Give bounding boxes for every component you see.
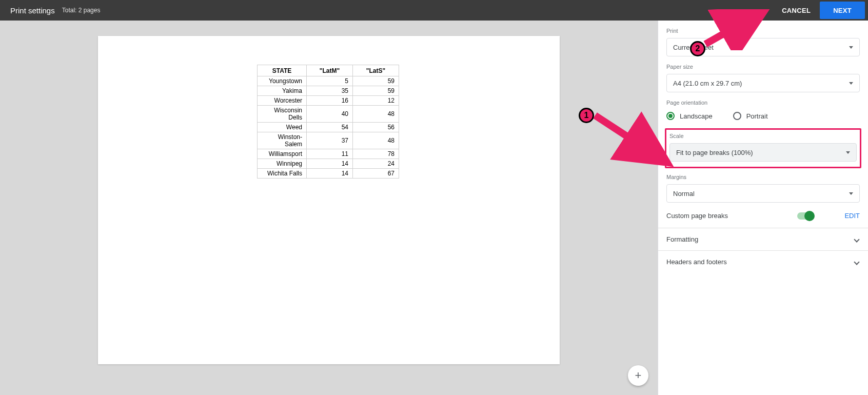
table-cell: 59 bbox=[353, 86, 399, 96]
table-cell: Winston-Salem bbox=[258, 132, 307, 149]
orientation-section: Page orientation Landscape Portrait bbox=[658, 92, 868, 120]
formatting-label: Formatting bbox=[666, 235, 698, 243]
table-cell: 48 bbox=[353, 106, 399, 123]
table-row: Wisconsin Dells4048 bbox=[258, 106, 399, 123]
scale-dropdown[interactable]: Fit to page breaks (100%) bbox=[669, 143, 857, 162]
table-row: Williamsport1178 bbox=[258, 149, 399, 159]
table-cell: 78 bbox=[353, 149, 399, 159]
preview-area: STATE "LatM" "LatS" Youngstown559Yakima3… bbox=[0, 21, 658, 395]
print-label: Print bbox=[666, 28, 860, 34]
table-cell: Youngstown bbox=[258, 76, 307, 86]
table-cell: 40 bbox=[307, 106, 353, 123]
margins-label: Margins bbox=[666, 174, 860, 180]
scale-highlight: Scale Fit to page breaks (100%) bbox=[665, 128, 861, 168]
margins-section: Margins Normal bbox=[658, 167, 868, 203]
annotation-step-1: 1 bbox=[579, 108, 594, 123]
col-header: "LatS" bbox=[353, 65, 399, 76]
orientation-landscape-label: Landscape bbox=[680, 112, 713, 120]
table-cell: 35 bbox=[307, 86, 353, 96]
orientation-label: Page orientation bbox=[666, 100, 860, 106]
table-row: Yakima3559 bbox=[258, 86, 399, 96]
edit-link[interactable]: EDIT bbox=[844, 212, 860, 220]
radio-selected-icon bbox=[666, 112, 675, 120]
table-row: Winnipeg1424 bbox=[258, 159, 399, 169]
table-cell: 16 bbox=[307, 96, 353, 106]
col-header: STATE bbox=[258, 65, 307, 76]
scale-label: Scale bbox=[669, 133, 858, 139]
col-header: "LatM" bbox=[307, 65, 353, 76]
table-cell: 54 bbox=[307, 123, 353, 132]
page-title: Print settings bbox=[10, 6, 55, 15]
table-cell: 56 bbox=[353, 123, 399, 132]
table-row: Weed5456 bbox=[258, 123, 399, 132]
table-cell: 24 bbox=[353, 159, 399, 169]
table-cell: 67 bbox=[353, 169, 399, 179]
chevron-down-icon bbox=[846, 151, 850, 154]
table-cell: Yakima bbox=[258, 86, 307, 96]
table-cell: 12 bbox=[353, 96, 399, 106]
margins-value: Normal bbox=[673, 190, 695, 198]
table-cell: Weed bbox=[258, 123, 307, 132]
paper-value: A4 (21.0 cm x 29.7 cm) bbox=[673, 80, 742, 87]
cancel-button[interactable]: CANCEL bbox=[773, 0, 820, 21]
paper-section: Paper size A4 (21.0 cm x 29.7 cm) bbox=[658, 56, 868, 92]
table-cell: 37 bbox=[307, 132, 353, 149]
table-cell: Winnipeg bbox=[258, 159, 307, 169]
data-table: STATE "LatM" "LatS" Youngstown559Yakima3… bbox=[257, 65, 399, 179]
table-row: Wichita Falls1467 bbox=[258, 169, 399, 179]
scale-section: Scale Fit to page breaks (100%) bbox=[658, 120, 868, 168]
chevron-down-icon bbox=[849, 46, 853, 49]
orientation-portrait[interactable]: Portrait bbox=[733, 112, 768, 120]
orientation-portrait-label: Portrait bbox=[746, 112, 768, 120]
table-cell: 14 bbox=[307, 159, 353, 169]
chevron-down-icon bbox=[849, 82, 853, 85]
chevron-down-icon bbox=[849, 192, 853, 195]
table-cell: Williamsport bbox=[258, 149, 307, 159]
table-row: Youngstown559 bbox=[258, 76, 399, 86]
table-cell: 11 bbox=[307, 149, 353, 159]
paper-size-dropdown[interactable]: A4 (21.0 cm x 29.7 cm) bbox=[666, 74, 860, 92]
zoom-add-button[interactable]: + bbox=[628, 365, 648, 386]
scale-value: Fit to page breaks (100%) bbox=[676, 149, 753, 156]
table-cell: 5 bbox=[307, 76, 353, 86]
print-section: Print Current sheet bbox=[658, 21, 868, 56]
annotation-step-2: 2 bbox=[690, 41, 705, 56]
custom-page-breaks-row: Custom page breaks EDIT bbox=[658, 203, 868, 228]
table-row: Winston-Salem3748 bbox=[258, 132, 399, 149]
table-cell: 14 bbox=[307, 169, 353, 179]
settings-sidebar: Print Current sheet Paper size A4 (21.0 … bbox=[658, 21, 868, 395]
table-cell: Wichita Falls bbox=[258, 169, 307, 179]
page-preview: STATE "LatM" "LatS" Youngstown559Yakima3… bbox=[98, 36, 560, 364]
table-cell: Wisconsin Dells bbox=[258, 106, 307, 123]
next-button[interactable]: NEXT bbox=[820, 2, 865, 19]
table-row: Worcester1612 bbox=[258, 96, 399, 106]
top-bar: Print settings Total: 2 pages CANCEL NEX… bbox=[0, 0, 868, 21]
table-cell: 59 bbox=[353, 76, 399, 86]
page-total: Total: 2 pages bbox=[62, 7, 101, 14]
paper-label: Paper size bbox=[666, 64, 860, 70]
table-cell: Worcester bbox=[258, 96, 307, 106]
headers-footers-expander[interactable]: Headers and footers bbox=[658, 250, 868, 273]
radio-unselected-icon bbox=[733, 112, 741, 120]
plus-icon: + bbox=[635, 369, 642, 382]
orientation-landscape[interactable]: Landscape bbox=[666, 112, 713, 120]
headers-footers-label: Headers and footers bbox=[666, 258, 727, 266]
custom-page-breaks-label: Custom page breaks bbox=[666, 212, 728, 220]
chevron-down-icon bbox=[854, 259, 859, 265]
table-cell: 48 bbox=[353, 132, 399, 149]
chevron-down-icon bbox=[854, 236, 859, 242]
formatting-expander[interactable]: Formatting bbox=[658, 228, 868, 250]
margins-dropdown[interactable]: Normal bbox=[666, 184, 860, 203]
custom-page-breaks-toggle[interactable] bbox=[797, 212, 814, 220]
